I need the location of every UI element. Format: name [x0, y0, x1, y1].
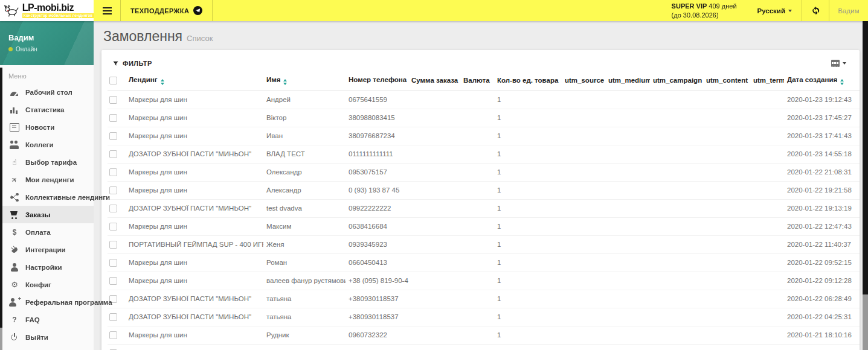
table-cell	[650, 217, 703, 235]
table-cell	[605, 145, 650, 163]
username-button[interactable]: Вадим	[829, 0, 868, 21]
table-cell	[562, 217, 605, 235]
table-cell: 1	[494, 109, 562, 127]
table-cell: 2020-01-23 17:41:43	[784, 127, 857, 145]
table-row: Маркеры для шинВіктор38098808341512020-0…	[108, 109, 860, 127]
row-checkbox[interactable]	[109, 277, 117, 285]
row-checkbox[interactable]	[109, 259, 117, 267]
table-cell	[703, 344, 750, 350]
row-options-cell: УДАЛИТЬ	[857, 272, 860, 290]
sidebar-item-statistics[interactable]: Статистика	[0, 101, 94, 118]
table-row: Маркеры для шинвалеев фанур рустямович+3…	[108, 272, 860, 290]
orders-table: ЛендингИмяНомер телефонаСумма заказаВалю…	[108, 75, 860, 350]
sidebar-item-orders[interactable]: Заказы	[0, 206, 94, 223]
table-cell	[750, 163, 784, 181]
sidebar-item-dashboard[interactable]: Рабочий стол	[0, 83, 94, 101]
row-checkbox[interactable]	[109, 150, 117, 158]
orders-table-head-row: ЛендингИмяНомер телефонаСумма заказаВалю…	[108, 75, 860, 91]
table-cell	[750, 344, 784, 350]
table-cell: 2020-01-23 17:45:27	[784, 109, 857, 127]
sidebar-item-settings[interactable]: Настройки	[0, 258, 94, 276]
table-cell: +380930118537	[346, 290, 408, 308]
logo[interactable]: LP-mobi.biz Конструктор мобильных лендин…	[0, 0, 94, 21]
table-cell	[750, 253, 784, 272]
username-label: Вадим	[838, 7, 859, 14]
table-cell	[703, 109, 750, 127]
table-cell	[703, 181, 750, 199]
table-cell: 2020-01-22 21:08:31	[784, 163, 857, 181]
table-cell	[562, 181, 605, 199]
refresh-button[interactable]	[802, 0, 829, 21]
row-checkbox[interactable]	[109, 114, 117, 122]
table-cell: ДОЗАТОР ЗУБНОЇ ПАСТИ "МИНЬОН"	[126, 199, 263, 217]
column-header: Опции	[857, 75, 860, 91]
scrollbar-thumb[interactable]	[863, 294, 868, 350]
table-cell	[605, 272, 650, 290]
column-header[interactable]: Номер телефона	[346, 75, 408, 91]
orders-table-body: Маркеры для шинАндрей067564155912020-01-…	[108, 91, 860, 350]
hamburger-menu-button[interactable]	[94, 0, 120, 21]
row-checkbox-cell	[108, 235, 126, 253]
table-cell: 2020-01-23 14:55:18	[784, 145, 857, 163]
sidebar-item-news[interactable]: Новости	[0, 118, 94, 136]
sidebar-item-colleagues[interactable]: Коллеги	[0, 136, 94, 153]
sidebar-item-logout[interactable]: Выйти	[0, 328, 94, 346]
sidebar-item-referral[interactable]: +Реферальная программа	[0, 293, 94, 311]
filter-label: ФИЛЬТР	[123, 60, 152, 67]
table-row: Маркеры для шинАндрей067564155912020-01-…	[108, 91, 860, 109]
sidebar-item-faq[interactable]: ?FAQ	[0, 311, 94, 328]
table-row: Маркеры для шин0960732322212020-01-21 18…	[108, 344, 860, 350]
table-cell	[750, 145, 784, 163]
table-cell	[408, 290, 460, 308]
filter-button[interactable]: ФИЛЬТР	[112, 60, 152, 67]
sidebar-item-config[interactable]: ⚙Конфиг	[0, 276, 94, 293]
column-header[interactable]: Имя	[263, 75, 346, 91]
sidebar-scrollbar-thumb[interactable]	[0, 328, 2, 350]
sidebar-scrollbar[interactable]	[0, 68, 2, 350]
table-cell: Маркеры для шин	[126, 127, 263, 145]
sidebar-item-my-landings[interactable]: ✈Мои лендинги	[0, 171, 94, 188]
row-options-cell: УДАЛИТЬ	[857, 181, 860, 199]
row-checkbox[interactable]	[109, 241, 117, 249]
table-cell	[703, 199, 750, 217]
sidebar-item-integrations[interactable]: Интеграции	[0, 241, 94, 258]
table-cell: test dvadva	[263, 199, 346, 217]
column-settings-button[interactable]	[831, 60, 849, 67]
row-checkbox[interactable]	[109, 205, 117, 212]
sidebar-item-collective-landings[interactable]: Коллективные лендинги	[0, 188, 94, 206]
scrollbar-vertical[interactable]	[863, 21, 868, 350]
row-checkbox[interactable]	[109, 132, 117, 140]
tech-support-button[interactable]: ТЕХПОДДЕРЖКА	[121, 0, 212, 21]
table-cell	[650, 145, 703, 163]
row-checkbox[interactable]	[109, 168, 117, 176]
sidebar-item-tariff[interactable]: ☝Выбор тарифа	[0, 153, 94, 171]
table-cell	[562, 290, 605, 308]
table-cell	[408, 272, 460, 290]
table-cell: Александр	[263, 181, 346, 199]
table-cell	[460, 91, 494, 109]
table-cell	[408, 308, 460, 326]
table-cell: Маркеры для шин	[126, 253, 263, 272]
column-header: Валюта	[460, 75, 494, 91]
table-cell	[750, 326, 784, 344]
row-checkbox[interactable]	[109, 186, 117, 194]
row-checkbox[interactable]	[109, 331, 117, 339]
row-checkbox[interactable]	[109, 313, 117, 321]
table-cell	[460, 127, 494, 145]
language-select[interactable]: Русский	[748, 0, 802, 21]
column-header[interactable]: Лендинг	[126, 75, 263, 91]
referral-icon: +	[8, 298, 21, 307]
column-header[interactable]: Дата создания	[784, 75, 857, 91]
sidebar-item-payment[interactable]: $Оплата	[0, 223, 94, 241]
select-all-checkbox[interactable]	[109, 77, 117, 84]
row-checkbox[interactable]	[109, 96, 117, 104]
row-checkbox[interactable]	[109, 223, 117, 231]
table-cell	[703, 290, 750, 308]
table-cell: Маркеры для шин	[126, 272, 263, 290]
payment-icon: $	[8, 228, 21, 237]
row-checkbox-cell	[108, 326, 126, 344]
table-grid-icon	[831, 60, 840, 67]
table-cell	[460, 290, 494, 308]
table-cell: ДОЗАТОР ЗУБНОЇ ПАСТИ "МИНЬОН"	[126, 308, 263, 326]
table-cell: ДОЗАТОР ЗУБНОЇ ПАСТИ "МИНЬОН"	[126, 145, 263, 163]
